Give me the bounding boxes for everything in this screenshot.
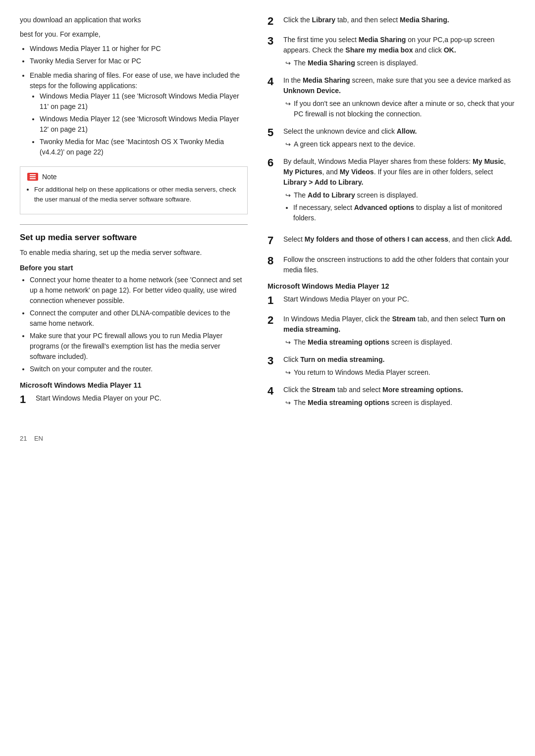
step-content: In the Media Sharing screen, make sure t…: [283, 75, 515, 119]
arrow-symbol: ↪: [285, 99, 291, 109]
step-number: 3: [268, 35, 278, 48]
enable-bullet-list: Enable media sharing of files. For ease …: [30, 70, 248, 157]
arrow-text: If you don't see an unknown device after…: [294, 99, 515, 119]
step-number: 8: [268, 254, 278, 267]
arrow-symbol: ↪: [285, 398, 291, 408]
step-number: 6: [268, 156, 278, 169]
list-item: Twonky Media for Mac (see 'Macintosh OS …: [40, 137, 248, 157]
step-content: Click Turn on media streaming. ↪ You ret…: [283, 354, 515, 378]
step-text: In the Media Sharing screen, make sure t…: [283, 76, 511, 95]
page-number: 21: [20, 435, 27, 442]
step-item: 7 Select My folders and those of others …: [268, 234, 515, 247]
arrow-text: A green tick appears next to the device.: [294, 139, 415, 150]
step-text: Click the Library tab, and then select M…: [283, 16, 449, 24]
step-text: Follow the onscreen instructions to add …: [283, 255, 509, 274]
step-text: In Windows Media Player, click the Strea…: [283, 315, 505, 333]
step-content: Start Windows Media Player on your PC.: [36, 393, 248, 403]
ms-wmp12-heading: Microsoft Windows Media Player 12: [268, 282, 515, 290]
list-item: If necessary, select Advanced options to…: [293, 202, 515, 223]
page-lang: EN: [34, 435, 43, 442]
list-item: Windows Media Player 11 or higher for PC: [30, 44, 248, 54]
step-content: By default, Windows Media Player shares …: [283, 156, 515, 227]
step-item: 1 Start Windows Media Player on your PC.: [20, 393, 248, 406]
step-item: 1 Start Windows Media Player on your PC.: [268, 294, 515, 307]
list-item: Enable media sharing of files. For ease …: [30, 70, 248, 157]
arrow-symbol: ↪: [285, 140, 291, 150]
step-content: Select the unknown device and click Allo…: [283, 126, 515, 150]
list-item: Switch on your computer and the router.: [30, 364, 248, 374]
arrow-item: ↪ The Media Sharing screen is displayed.: [285, 58, 515, 68]
note-content: For additional help on these application…: [34, 185, 240, 204]
step-text: Click Turn on media streaming.: [283, 355, 384, 363]
step-number: 4: [268, 75, 278, 88]
step-text: Start Windows Media Player on your PC.: [283, 295, 409, 303]
arrow-item: ↪ The Media streaming options screen is …: [285, 398, 515, 408]
note-label: Note: [42, 173, 57, 181]
step-item: 8 Follow the onscreen instructions to ad…: [268, 254, 515, 275]
arrow-text: The Media Sharing screen is displayed.: [294, 58, 418, 68]
arrow-symbol: ↪: [285, 58, 291, 68]
intro-line2: best for you. For example,: [20, 29, 248, 40]
arrow-symbol: ↪: [285, 338, 291, 348]
step-item: 6 By default, Windows Media Player share…: [268, 156, 515, 227]
step-content: Select My folders and those of others I …: [283, 234, 515, 245]
step-number: 1: [268, 294, 278, 307]
step-number: 4: [268, 385, 278, 398]
right-column: 2 Click the Library tab, and then select…: [268, 15, 515, 415]
sub-bullet-list: If necessary, select Advanced options to…: [293, 202, 515, 223]
note-text: For additional help on these application…: [34, 185, 240, 204]
step-item: 3 The first time you select Media Sharin…: [268, 35, 515, 68]
step-item: 3 Click Turn on media streaming. ↪ You r…: [268, 354, 515, 378]
right-step-list: 2 Click the Library tab, and then select…: [268, 15, 515, 275]
arrow-item: ↪ If you don't see an unknown device aft…: [285, 99, 515, 119]
list-item: Windows Media Player 11 (see 'Microsoft …: [40, 91, 248, 112]
step-content: Start Windows Media Player on your PC.: [283, 294, 515, 304]
page-footer: 21 EN: [20, 435, 515, 442]
step-item: 4 In the Media Sharing screen, make sure…: [268, 75, 515, 119]
ms-wmp11-heading: Microsoft Windows Media Player 11: [20, 381, 248, 389]
left-column: you download an application that works b…: [20, 15, 248, 415]
app-bullet-list: Windows Media Player 11 (see 'Microsoft …: [40, 91, 248, 157]
arrow-text: The Add to Library screen is displayed.: [294, 190, 418, 201]
step-content: Click the Stream tab and select More str…: [283, 385, 515, 408]
step-item: 4 Click the Stream tab and select More s…: [268, 385, 515, 408]
list-item: Twonky Media Server for Mac or PC: [30, 56, 248, 66]
before-start-heading: Before you start: [20, 264, 248, 272]
list-item: Make sure that your PC firewall allows y…: [30, 331, 248, 362]
wmp12-step-list: 1 Start Windows Media Player on your PC.…: [268, 294, 515, 408]
step-text: Select the unknown device and click Allo…: [283, 127, 417, 135]
arrow-symbol: ↪: [285, 368, 291, 378]
section-divider: [20, 224, 248, 225]
step-content: Click the Library tab, and then select M…: [283, 15, 515, 25]
before-start-list: Connect your home theater to a home netw…: [30, 275, 248, 374]
section-intro: To enable media sharing, set up the medi…: [20, 248, 248, 258]
note-icon: [27, 173, 38, 181]
step-number: 2: [268, 314, 278, 327]
arrow-item: ↪ You return to Windows Media Player scr…: [285, 367, 515, 378]
arrow-item: ↪ The Add to Library screen is displayed…: [285, 190, 515, 201]
step-item: 2 In Windows Media Player, click the Str…: [268, 314, 515, 348]
step-item: 5 Select the unknown device and click Al…: [268, 126, 515, 150]
wmp11-steps: 1 Start Windows Media Player on your PC.: [20, 393, 248, 406]
note-box: Note For additional help on these applic…: [20, 166, 248, 214]
step-content: Follow the onscreen instructions to add …: [283, 254, 515, 275]
step-item: 2 Click the Library tab, and then select…: [268, 15, 515, 28]
step-number: 1: [20, 393, 31, 406]
step-number: 7: [268, 234, 278, 247]
intro-bullet-list: Windows Media Player 11 or higher for PC…: [30, 44, 248, 66]
arrow-item: ↪ The Media streaming options screen is …: [285, 337, 515, 348]
step-text: Click the Stream tab and select More str…: [283, 386, 463, 394]
step-number: 5: [268, 126, 278, 139]
step-text: Start Windows Media Player on your PC.: [36, 394, 161, 402]
intro-line1: you download an application that works: [20, 15, 248, 25]
list-item: Connect your home theater to a home netw…: [30, 275, 248, 306]
list-item: Windows Media Player 12 (see 'Microsoft …: [40, 114, 248, 135]
step-text: Select My folders and those of others I …: [283, 235, 512, 243]
arrow-text: The Media streaming options screen is di…: [294, 398, 452, 408]
step-text: By default, Windows Media Player shares …: [283, 157, 506, 186]
note-header: Note: [27, 173, 240, 181]
step-content: The first time you select Media Sharing …: [283, 35, 515, 68]
arrow-text: The Media streaming options screen is di…: [294, 337, 452, 348]
arrow-item: ↪ A green tick appears next to the devic…: [285, 139, 515, 150]
arrow-text: You return to Windows Media Player scree…: [294, 367, 430, 378]
